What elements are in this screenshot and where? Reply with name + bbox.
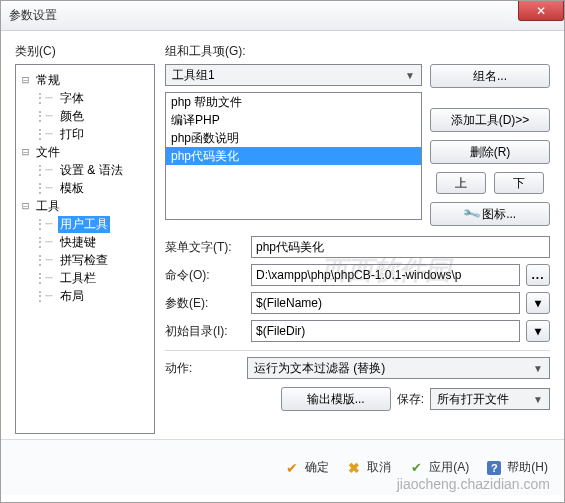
- move-up-button[interactable]: 上: [436, 172, 486, 194]
- chevron-down-icon: ▼: [533, 394, 543, 405]
- move-down-button[interactable]: 下: [494, 172, 544, 194]
- tree-item[interactable]: ⋮┈ 快捷键: [22, 233, 150, 251]
- tree-item[interactable]: ⋮┈ 拼写检查: [22, 251, 150, 269]
- tree-item-label: 工具: [34, 198, 62, 215]
- tree-item-label: 设置 & 语法: [58, 162, 125, 179]
- list-item[interactable]: php函数说明: [166, 129, 421, 147]
- icon-button[interactable]: 🔧 图标...: [430, 202, 550, 226]
- params-input[interactable]: $(FileName): [251, 292, 520, 314]
- tree-item-label: 颜色: [58, 108, 86, 125]
- group-select[interactable]: 工具组1 ▼: [165, 64, 422, 86]
- command-browse-button[interactable]: ...: [526, 264, 550, 286]
- tree-item-label: 常规: [34, 72, 62, 89]
- tree-item[interactable]: ⊟ 工具: [22, 197, 150, 215]
- command-input[interactable]: D:\xampp\php\phpCB-1.0.1-windows\p: [251, 264, 520, 286]
- x-icon: ✖: [347, 461, 361, 475]
- tree-item[interactable]: ⋮┈ 设置 & 语法: [22, 161, 150, 179]
- params-label: 参数(E):: [165, 295, 245, 312]
- category-tree[interactable]: ⊟ 常规 ⋮┈ 字体 ⋮┈ 颜色 ⋮┈ 打印⊟ 文件 ⋮┈ 设置 & 语法 ⋮┈…: [15, 64, 155, 434]
- chevron-down-icon: ▼: [533, 363, 543, 374]
- tree-item-label: 布局: [58, 288, 86, 305]
- category-label: 类别(C): [15, 43, 155, 60]
- tree-item-label: 文件: [34, 144, 62, 161]
- list-item[interactable]: php 帮助文件: [166, 93, 421, 111]
- check-icon: ✔: [285, 461, 299, 475]
- help-button[interactable]: ? 帮助(H): [487, 459, 548, 476]
- tree-item[interactable]: ⋮┈ 打印: [22, 125, 150, 143]
- ok-button[interactable]: ✔ 确定: [285, 459, 329, 476]
- list-item[interactable]: 编译PHP: [166, 111, 421, 129]
- menu-text-label: 菜单文字(T):: [165, 239, 245, 256]
- tree-item[interactable]: ⊟ 文件: [22, 143, 150, 161]
- tree-item-label: 用户工具: [58, 216, 110, 233]
- list-item[interactable]: php代码美化: [166, 147, 421, 165]
- wrench-icon: 🔧: [461, 204, 481, 224]
- output-template-button[interactable]: 输出模版...: [281, 387, 391, 411]
- chevron-down-icon: ▼: [405, 70, 415, 81]
- titlebar: 参数设置 ✕: [1, 1, 564, 31]
- tree-item[interactable]: ⊟ 常规: [22, 71, 150, 89]
- apply-button[interactable]: ✔ 应用(A): [409, 459, 469, 476]
- tree-item[interactable]: ⋮┈ 颜色: [22, 107, 150, 125]
- tree-item-label: 字体: [58, 90, 86, 107]
- tree-item[interactable]: ⋮┈ 字体: [22, 89, 150, 107]
- add-tool-button[interactable]: 添加工具(D)>>: [430, 108, 550, 132]
- tree-item[interactable]: ⋮┈ 用户工具: [22, 215, 150, 233]
- delete-button[interactable]: 删除(R): [430, 140, 550, 164]
- menu-text-input[interactable]: php代码美化: [251, 236, 550, 258]
- tree-item-label: 模板: [58, 180, 86, 197]
- apply-icon: ✔: [409, 461, 423, 475]
- cancel-button[interactable]: ✖ 取消: [347, 459, 391, 476]
- help-icon: ?: [487, 461, 501, 475]
- params-browse-button[interactable]: ▾: [526, 292, 550, 314]
- tree-item[interactable]: ⋮┈ 工具栏: [22, 269, 150, 287]
- tree-item-label: 拼写检查: [58, 252, 110, 269]
- close-icon: ✕: [534, 4, 548, 18]
- tool-items-list[interactable]: php 帮助文件编译PHPphp函数说明php代码美化: [165, 92, 422, 220]
- initdir-browse-button[interactable]: ▾: [526, 320, 550, 342]
- group-name-button[interactable]: 组名...: [430, 64, 550, 88]
- groups-label: 组和工具项(G):: [165, 43, 550, 60]
- tree-item[interactable]: ⋮┈ 布局: [22, 287, 150, 305]
- close-button[interactable]: ✕: [518, 1, 564, 21]
- group-select-value: 工具组1: [172, 67, 215, 84]
- settings-dialog: 参数设置 ✕ 类别(C) ⊟ 常规 ⋮┈ 字体 ⋮┈ 颜色 ⋮┈ 打印⊟ 文件 …: [0, 0, 565, 503]
- dialog-footer: ✔ 确定 ✖ 取消 ✔ 应用(A) ? 帮助(H): [1, 439, 564, 495]
- action-label: 动作:: [165, 360, 239, 377]
- action-select[interactable]: 运行为文本过滤器 (替换) ▼: [247, 357, 550, 379]
- save-label: 保存:: [397, 391, 424, 408]
- initdir-input[interactable]: $(FileDir): [251, 320, 520, 342]
- tree-item[interactable]: ⋮┈ 模板: [22, 179, 150, 197]
- command-label: 命令(O):: [165, 267, 245, 284]
- tree-item-label: 工具栏: [58, 270, 98, 287]
- initdir-label: 初始目录(I):: [165, 323, 245, 340]
- save-select[interactable]: 所有打开文件 ▼: [430, 388, 550, 410]
- window-title: 参数设置: [9, 7, 57, 24]
- tree-item-label: 快捷键: [58, 234, 98, 251]
- tree-item-label: 打印: [58, 126, 86, 143]
